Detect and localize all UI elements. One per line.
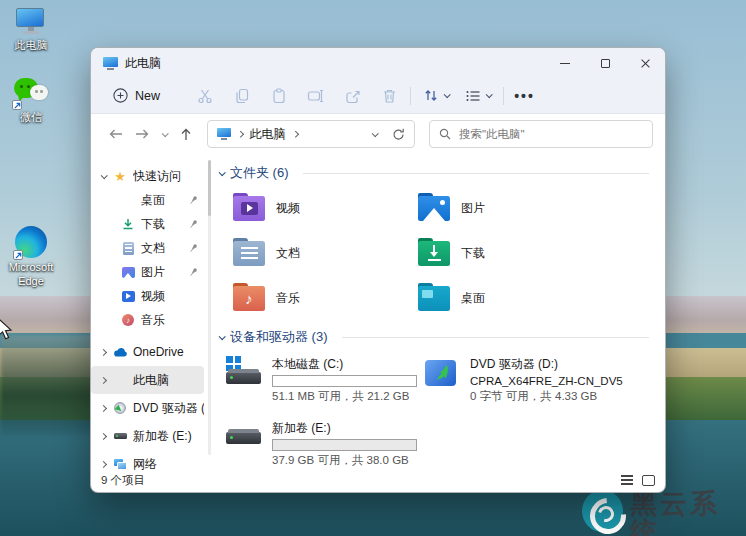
details-view-toggle[interactable] [621, 475, 633, 485]
pictures-icon [121, 265, 135, 279]
downloads-folder-icon [418, 241, 450, 266]
forward-button[interactable] [129, 121, 155, 147]
section-divider [342, 337, 650, 338]
sort-button[interactable] [423, 88, 449, 103]
sidebar-item-pictures[interactable]: 图片 [91, 260, 204, 284]
maximize-icon [601, 59, 610, 68]
sidebar-item-music[interactable]: ♪ 音乐 [91, 308, 204, 332]
chevron-right-icon [292, 131, 298, 137]
folder-tile-videos[interactable]: 视频 [233, 192, 418, 224]
videos-folder-icon [233, 196, 265, 221]
share-button[interactable] [344, 87, 361, 104]
drive-tile-new-volume-e[interactable]: 新加卷 (E:) 37.9 GB 可用，共 38.0 GB [225, 420, 423, 468]
chevron-right-icon [99, 404, 106, 411]
chevron-right-icon [99, 348, 106, 355]
new-button[interactable]: New [105, 84, 168, 107]
paste-button[interactable] [270, 87, 287, 104]
window-title: 此电脑 [125, 55, 161, 72]
title-bar[interactable]: 此电脑 [91, 48, 665, 78]
watermark: 黑云系统 heiyunxitong.com [582, 490, 746, 536]
close-button[interactable] [625, 48, 665, 78]
copy-icon [234, 88, 250, 104]
navigation-pane: ★ 快速访问 桌面 下载 文档 图片 [91, 154, 211, 468]
desktop-icon-wechat[interactable]: 微信 [0, 78, 62, 125]
pin-icon [189, 219, 198, 229]
cut-button[interactable] [196, 87, 213, 104]
command-bar: New [91, 78, 665, 114]
desktop-icon-label: Microsoft Edge [0, 261, 62, 289]
toolbar-divider [410, 87, 411, 105]
sidebar-item-this-pc[interactable]: 此电脑 [91, 366, 204, 394]
view-icon [465, 89, 481, 103]
sidebar-item-videos[interactable]: 视频 [91, 284, 204, 308]
sidebar-item-downloads[interactable]: 下载 [91, 212, 204, 236]
back-button[interactable] [103, 121, 129, 147]
folders-section-header[interactable]: 文件夹 (6) [219, 164, 649, 182]
content-pane: 文件夹 (6) 视频 图片 文档 下载 [211, 154, 665, 468]
explorer-window: 此电脑 New [90, 47, 666, 493]
sidebar-item-onedrive[interactable]: OneDrive [91, 338, 204, 366]
chevron-down-icon [486, 91, 493, 98]
paste-icon [271, 88, 287, 104]
hard-disk-icon [113, 429, 127, 443]
rename-button[interactable] [307, 87, 324, 104]
desktop-icon-edge[interactable]: Microsoft Edge [0, 226, 62, 289]
maximize-button[interactable] [585, 48, 625, 78]
videos-icon [121, 289, 135, 303]
more-options-button[interactable]: ••• [516, 87, 533, 104]
drives-section-header[interactable]: 设备和驱动器 (3) [219, 328, 649, 346]
folder-tile-pictures[interactable]: 图片 [418, 192, 649, 224]
disk-usage-bar [272, 439, 417, 451]
sidebar-item-network[interactable]: 网络 [91, 450, 204, 478]
search-icon [439, 128, 451, 140]
sort-icon [423, 88, 439, 103]
breadcrumb-this-pc[interactable]: 此电脑 [250, 126, 286, 143]
local-disk-icon [225, 356, 263, 396]
view-button[interactable] [465, 89, 491, 103]
search-input[interactable] [459, 128, 643, 140]
sidebar-item-dvd-drive[interactable]: DVD 驱动器 (D:) [91, 394, 204, 422]
refresh-icon[interactable] [392, 128, 405, 141]
dvd-drive-icon [113, 401, 127, 415]
folder-tile-downloads[interactable]: 下载 [418, 237, 649, 269]
documents-folder-icon [233, 241, 265, 266]
sidebar-item-quick-access[interactable]: ★ 快速访问 [91, 164, 204, 188]
window-this-pc-icon [103, 57, 118, 70]
folder-tile-desktop[interactable]: 桌面 [418, 282, 649, 314]
sidebar-item-new-volume[interactable]: 新加卷 (E:) [91, 422, 204, 450]
delete-button[interactable] [381, 87, 398, 104]
chevron-right-icon [99, 376, 106, 383]
folder-tile-documents[interactable]: 文档 [233, 237, 418, 269]
drives-section-title: 设备和驱动器 (3) [230, 328, 328, 346]
recent-locations-button[interactable] [155, 121, 173, 147]
desktop-folder-icon [121, 193, 135, 207]
copy-button[interactable] [233, 87, 250, 104]
minimize-button[interactable] [545, 48, 585, 78]
rename-icon [307, 88, 324, 104]
folders-section-title: 文件夹 (6) [230, 164, 289, 182]
address-dropdown-icon[interactable] [372, 130, 379, 137]
drive-tile-dvd-d[interactable]: DVD 驱动器 (D:) CPRA_X64FRE_ZH-CN_DV5 0 字节 … [423, 356, 649, 404]
breadcrumb[interactable]: 此电脑 [207, 120, 415, 148]
sidebar-item-desktop[interactable]: 桌面 [91, 188, 204, 212]
toolbar-divider [503, 87, 504, 105]
search-box[interactable] [429, 120, 653, 148]
pin-icon [189, 195, 198, 205]
network-icon [113, 457, 127, 471]
hard-disk-icon [225, 420, 263, 460]
sidebar-scrollbar[interactable] [208, 160, 211, 455]
wechat-icon [14, 78, 48, 108]
dvd-volume-label: CPRA_X64FRE_ZH-CN_DV5 [470, 375, 623, 387]
desktop-icon-this-pc[interactable]: 此电脑 [0, 8, 62, 53]
up-button[interactable] [173, 121, 199, 147]
folder-tile-music[interactable]: ♪ 音乐 [233, 282, 418, 314]
sidebar-item-documents[interactable]: 文档 [91, 236, 204, 260]
minimize-icon [560, 63, 570, 64]
chevron-down-icon [161, 130, 168, 137]
drive-tile-local-disk-c[interactable]: 本地磁盘 (C:) 51.1 MB 可用，共 21.2 GB [225, 356, 423, 404]
desktop-folder-icon [418, 286, 450, 311]
pin-icon [189, 267, 198, 277]
chevron-down-icon [100, 172, 107, 179]
onedrive-icon [113, 345, 127, 359]
icons-view-toggle[interactable] [642, 475, 655, 486]
